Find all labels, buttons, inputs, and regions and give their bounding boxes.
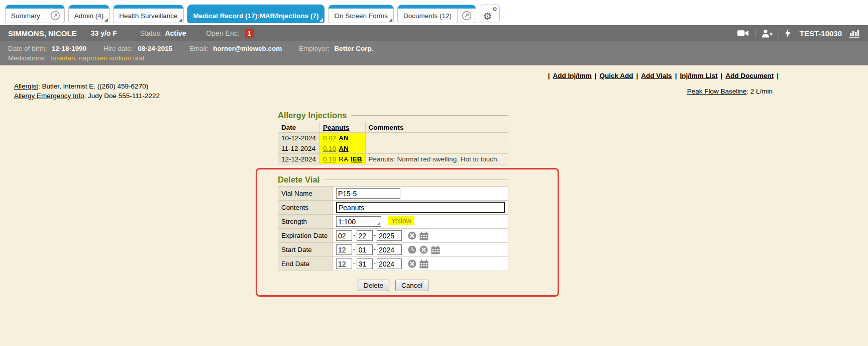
start-date-label: Start Date [278,243,333,257]
cancel-button[interactable]: Cancel [395,280,428,291]
time-icon[interactable] [408,245,416,254]
link-quick-add[interactable]: Quick Add [600,72,633,79]
clear-date-icon[interactable] [419,245,428,254]
form-buttons: Delete Cancel [278,280,508,291]
column-peanuts-link[interactable]: Peanuts [323,124,350,131]
popout-icon[interactable] [46,5,64,23]
action-links: |Add Inj/Imm|Quick Add|Add Vials|Inj/Imm… [545,72,782,79]
strength-input[interactable] [336,216,381,227]
calendar-icon[interactable] [431,245,440,254]
tab-summary[interactable]: Summary [5,5,65,23]
hire-date-value: 08-24-2015 [138,45,172,52]
strength-color-note: Yellow [388,216,414,225]
date-separator: - [353,245,356,253]
end-day-input[interactable] [357,258,373,269]
tab-on-screen-forms-label[interactable]: On Screen Forms [329,5,393,23]
injection-comment: Peanuts: Normal red swelling. Hot to tou… [365,154,508,164]
end-date-label: End Date [278,257,333,271]
start-day-input[interactable] [357,244,373,255]
link-separator: | [636,72,638,79]
form-row-contents: Contents [278,201,508,215]
open-enc-badge[interactable]: 1 [245,29,254,38]
lightning-icon[interactable] [785,29,791,38]
injection-dose-cell: 0.10RAIEB [320,154,366,164]
patient-name: SIMMONS, NICOLE [8,29,77,38]
divider [779,29,779,38]
injection-dose-cell: 0.10AN [320,143,366,154]
reaction-code-link[interactable]: IEB [351,155,362,163]
link-add-vials[interactable]: Add Vials [641,72,672,79]
tab-summary-label[interactable]: Summary [6,5,46,23]
delete-vial-title: Delete Vial [278,175,508,185]
contents-input[interactable] [336,202,505,213]
popout-icon[interactable] [457,5,476,23]
dose-link[interactable]: 0.02 [323,134,336,142]
status-label: Status: [140,29,162,37]
email-label: Email: [189,45,208,52]
column-comments: Comments [365,122,508,133]
reaction-code-link[interactable]: AN [339,145,349,152]
injection-date: 10-12-2024 [278,133,320,143]
form-row-expiration-date: Expiration Date -- [278,229,508,243]
settings-tab-button[interactable]: ⚙ ⚙ [480,5,500,23]
clear-date-icon[interactable] [408,260,416,268]
tab-health-surveillance-label[interactable]: Health Surveillance [114,5,183,23]
injection-dose-cell: 0.02AN [320,133,366,143]
bar-chart-icon[interactable] [849,29,860,38]
end-month-input[interactable] [336,258,352,269]
calendar-icon[interactable] [419,260,428,269]
tab-health-surveillance[interactable]: Health Surveillance [113,5,183,23]
chart-content-area: |Add Inj/Imm|Quick Add|Add Vials|Inj/Imm… [0,65,868,346]
link-separator: | [595,72,597,79]
link-separator: | [548,72,550,79]
end-year-input[interactable] [377,258,402,269]
start-year-input[interactable] [377,244,402,255]
medication-link[interactable]: naproxen sodium oral [79,54,144,62]
start-month-input[interactable] [336,244,352,255]
video-camera-icon[interactable] [737,29,749,37]
link-inj-imm-list[interactable]: Inj/Imm List [680,72,717,79]
email-value: horner@mieweb.com [213,45,282,52]
form-row-start-date: Start Date -- [278,243,508,257]
divider [755,29,755,38]
link-add-inj-imm[interactable]: Add Inj/Imm [553,72,592,79]
allergy-emergency-info-value: : Judy Doe 555-111-2222 [84,92,160,100]
form-row-end-date: End Date -- [278,257,508,271]
tab-documents[interactable]: Documents (12) [397,5,476,23]
expiration-year-input[interactable] [377,230,402,241]
medications-label: Medications: [8,54,46,62]
gears-icon: ⚙ [483,12,492,21]
form-row-vial-name: Vial Name [278,187,508,201]
calendar-icon[interactable] [419,231,428,240]
clear-date-icon[interactable] [408,231,416,240]
allergy-emergency-info-link[interactable]: Allergy Emergency Info [14,92,84,100]
medication-link[interactable]: losartan [51,54,75,62]
patient-info-bar: Date of birth: 12-18-1990 Hire date: 08-… [0,41,868,65]
tab-medical-record-label[interactable]: Medical Record (17):MAR/Injections (7) [188,5,324,23]
tab-admin-label[interactable]: Admin (4) [69,5,110,23]
patient-age-sex: 33 y/o F [91,29,117,37]
reaction-code-link[interactable]: AN [339,134,349,142]
link-add-document[interactable]: Add Document [725,72,774,79]
vial-name-input[interactable] [336,188,400,199]
injection-row: 11-12-2024 0.10AN [278,143,508,154]
add-person-icon[interactable] [762,29,773,38]
tab-admin[interactable]: Admin (4) [68,5,110,23]
peak-flow-baseline-link[interactable]: Peak Flow Baseline [687,88,747,95]
dose-link[interactable]: 0.10 [323,145,336,152]
injection-date: 12-12-2024 [278,154,320,164]
delete-button[interactable]: Delete [358,280,389,291]
expiration-month-input[interactable] [336,230,352,241]
expiration-day-input[interactable] [357,230,373,241]
tab-medical-record[interactable]: Medical Record (17):MAR/Injections (7) [187,5,325,23]
date-separator: - [353,260,356,267]
peak-flow-baseline: Peak Flow Baseline: 2 L/min [687,88,773,95]
table-header-row: Date Peanuts Comments [278,122,508,133]
allergist-link[interactable]: Allergist [14,82,38,90]
tab-documents-label[interactable]: Documents (12) [398,5,457,23]
allergy-injections-table: Date Peanuts Comments 10-12-2024 0.02AN … [278,122,508,164]
strength-label: Strength [278,215,333,229]
tab-on-screen-forms[interactable]: On Screen Forms [328,5,394,23]
dose-link[interactable]: 0.10 [323,155,336,163]
patient-header-bar: SIMMONS, NICOLE 33 y/o F Status: Active … [0,25,868,41]
